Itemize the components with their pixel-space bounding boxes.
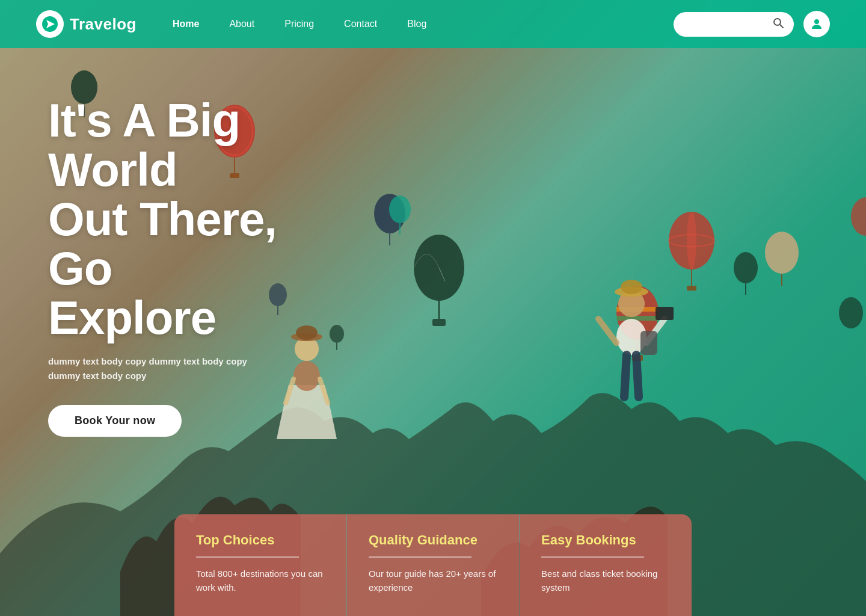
card-easy-bookings: Easy Bookings Best and class ticket book… — [520, 514, 692, 616]
book-now-button[interactable]: Book Your now — [48, 405, 182, 437]
nav-blog[interactable]: Blog — [407, 19, 426, 29]
svg-point-15 — [669, 212, 714, 270]
svg-point-37 — [839, 297, 863, 328]
svg-point-24 — [414, 235, 464, 301]
svg-rect-35 — [632, 355, 643, 361]
logo-icon — [36, 10, 64, 38]
nav-home[interactable]: Home — [173, 19, 199, 29]
nav-about[interactable]: About — [229, 19, 254, 29]
card-top-choices: Top Choices Total 800+ destinations you … — [174, 514, 346, 616]
svg-point-31 — [616, 286, 659, 340]
svg-line-3 — [780, 24, 784, 28]
hero-title: It's A Big World Out There, Go Explore — [48, 96, 343, 342]
svg-rect-19 — [687, 286, 696, 291]
nav-links: Home About Pricing Contact Blog — [173, 19, 674, 29]
svg-point-39 — [618, 291, 645, 317]
svg-point-41 — [621, 280, 642, 294]
card-top-choices-divider — [196, 556, 299, 558]
user-icon-button[interactable] — [803, 11, 830, 37]
svg-line-46 — [624, 355, 627, 397]
svg-rect-45 — [640, 331, 657, 355]
card-quality-guidance-divider — [369, 556, 471, 558]
search-bar[interactable] — [674, 12, 794, 37]
svg-line-47 — [636, 355, 639, 397]
card-quality-guidance-text: Our tour guide has 20+ years of experien… — [369, 567, 497, 594]
search-input[interactable] — [683, 19, 767, 29]
card-easy-bookings-title: Easy Bookings — [541, 532, 670, 548]
card-quality-guidance: Quality Guidance Our tour guide has 20+ … — [347, 514, 519, 616]
svg-point-20 — [765, 232, 799, 274]
card-top-choices-title: Top Choices — [196, 532, 325, 548]
brand-name: Travelog — [70, 15, 137, 34]
svg-point-40 — [615, 287, 648, 297]
search-icon[interactable] — [772, 17, 784, 32]
bottom-cards: Top Choices Total 800+ destinations you … — [174, 514, 692, 616]
svg-rect-33 — [616, 316, 659, 321]
hero-subtitle: dummy text body copy dummy text body cop… — [48, 354, 277, 383]
svg-rect-44 — [656, 307, 674, 320]
card-top-choices-text: Total 800+ destinations you can work wit… — [196, 567, 325, 594]
hero-content: It's A Big World Out There, Go Explore d… — [0, 48, 391, 437]
svg-rect-26 — [432, 319, 446, 326]
svg-point-16 — [687, 212, 696, 270]
logo-area[interactable]: Travelog — [36, 10, 137, 38]
card-quality-guidance-title: Quality Guidance — [369, 532, 497, 548]
navbar: Travelog Home About Pricing Contact Blog — [0, 0, 866, 48]
card-easy-bookings-divider — [541, 556, 644, 558]
svg-point-22 — [734, 252, 758, 283]
svg-line-42 — [598, 319, 616, 343]
nav-contact[interactable]: Contact — [344, 19, 377, 29]
svg-point-36 — [851, 197, 866, 236]
svg-point-13 — [389, 196, 411, 223]
svg-line-43 — [646, 319, 665, 343]
nav-pricing[interactable]: Pricing — [284, 19, 314, 29]
svg-point-4 — [814, 19, 819, 24]
svg-point-17 — [669, 235, 714, 247]
nav-right — [674, 11, 830, 37]
svg-point-38 — [616, 319, 646, 355]
svg-rect-32 — [616, 307, 659, 312]
card-easy-bookings-text: Best and class ticket booking system — [541, 567, 670, 594]
